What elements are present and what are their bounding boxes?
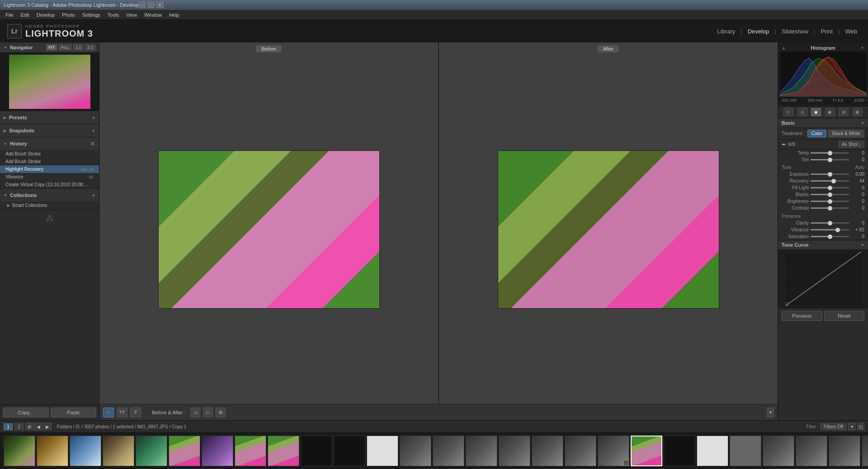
nav-web[interactable]: Web (842, 26, 861, 37)
slider-thumb[interactable] (828, 199, 832, 204)
filmstrip-thumb[interactable] (763, 436, 794, 466)
nav-slideshow-label[interactable]: Slideshow (778, 26, 812, 37)
filmstrip-thumb[interactable] (367, 436, 398, 466)
filmstrip-filter-action[interactable]: ⊡ (857, 423, 864, 430)
filmstrip-thumb[interactable] (202, 436, 233, 466)
history-item[interactable]: Create Virtual Copy (13.10.2010 20:08:..… (0, 181, 99, 188)
slider-thumb[interactable] (828, 234, 832, 239)
color-treatment-button[interactable]: Color (807, 130, 826, 137)
tone-auto-button[interactable]: Auto (855, 165, 864, 170)
wb-dropdown[interactable]: As Shot ↕ (839, 141, 864, 148)
menu-window[interactable]: Window (141, 11, 165, 19)
menu-photo[interactable]: Photo (58, 11, 79, 19)
ba-swap-button[interactable]: ⊞ (216, 408, 226, 417)
zoom-2-1-button[interactable]: 2:1 (85, 44, 95, 51)
zoom-1-1-button[interactable]: 1:1 (73, 44, 84, 51)
collections-add-button[interactable]: + (92, 192, 95, 199)
nav-print[interactable]: Print (817, 26, 836, 37)
nav-library[interactable]: Library (713, 26, 739, 37)
slider-thumb[interactable] (835, 228, 840, 232)
filmstrip-thumb[interactable] (169, 436, 200, 466)
filmstrip-thumb[interactable] (136, 436, 167, 466)
survey-view-button[interactable]: Y (130, 408, 141, 417)
crop-tool[interactable]: ⊡ (783, 108, 793, 116)
filmstrip-thumb[interactable] (37, 436, 68, 466)
filmstrip-thumb[interactable] (70, 436, 101, 466)
slider-thumb[interactable] (828, 221, 832, 225)
filmstrip-thumb[interactable] (697, 436, 728, 466)
history-item[interactable]: Add Brush Stroke (0, 150, 99, 158)
filmstrip-thumb[interactable] (235, 436, 266, 466)
single-view-button[interactable]: □ (103, 408, 114, 417)
filmstrip-filter-expand[interactable]: ▾ (848, 423, 855, 430)
filmstrip-grid-view[interactable]: ⊞ (25, 423, 33, 430)
menu-help[interactable]: Help (165, 11, 183, 19)
zoom-fill-button[interactable]: FILL (59, 44, 71, 51)
filmstrip-thumb[interactable] (565, 436, 596, 466)
history-item[interactable]: Vibrance82 (0, 173, 99, 181)
navigator-header[interactable]: ▼ Navigator FIT FILL 1:1 2:1 (0, 42, 99, 53)
bw-treatment-button[interactable]: Black & White (828, 130, 864, 137)
snapshots-header[interactable]: ▶ Snapshots + (0, 124, 99, 137)
menu-develop[interactable]: Develop (33, 11, 58, 19)
menu-file[interactable]: File (2, 11, 17, 19)
filmstrip-thumb[interactable] (796, 436, 827, 466)
spot-heal-tool[interactable]: ◎ (797, 108, 807, 116)
slider-thumb[interactable] (828, 206, 832, 211)
zoom-fit-button[interactable]: FIT (46, 44, 57, 51)
filmstrip-prev-button[interactable]: ◀ (34, 423, 42, 430)
temp-thumb[interactable] (828, 151, 832, 155)
filmstrip-thumb[interactable] (268, 436, 299, 466)
filmstrip-next-button[interactable]: ▶ (43, 423, 52, 430)
filmstrip-thumb[interactable] (499, 436, 530, 466)
filmstrip-thumb[interactable] (103, 436, 134, 466)
filmstrip-thumb[interactable]: 2 (598, 436, 629, 466)
copy-button[interactable]: Copy... (3, 408, 49, 417)
history-clear-button[interactable]: ✕ (90, 140, 95, 147)
minimize-button[interactable]: – (138, 2, 146, 8)
close-button[interactable]: ✕ (156, 2, 164, 8)
presets-header[interactable]: ▶ Presets + (0, 111, 99, 124)
previous-button[interactable]: Previous (782, 311, 822, 321)
filmstrip-thumb[interactable] (631, 436, 662, 466)
compare-view-button[interactable]: YY (117, 408, 127, 417)
filmstrip-thumb[interactable] (532, 436, 563, 466)
filmstrip-thumb[interactable] (466, 436, 497, 466)
ba-prev-button[interactable]: ◁ (190, 408, 200, 417)
paste-button[interactable]: Paste (51, 408, 97, 417)
toolbar-scroll-down[interactable]: ▾ (767, 408, 774, 417)
presets-add-button[interactable]: + (92, 114, 95, 121)
filmstrip-thumb[interactable] (664, 436, 695, 466)
basic-section-header[interactable]: Basic ▼ (778, 118, 868, 128)
menu-edit[interactable]: Edit (17, 11, 33, 19)
filmstrip-thumb[interactable] (400, 436, 431, 466)
slider-thumb[interactable] (828, 192, 832, 197)
smart-collections-item[interactable]: ▶ Smart Collections (0, 202, 99, 209)
tint-thumb[interactable] (828, 158, 832, 162)
collections-header[interactable]: ▼ Collections + (0, 189, 99, 202)
detail-tool[interactable]: ▦ (853, 108, 863, 116)
history-item[interactable]: Add Brush Stroke (0, 158, 99, 165)
slider-thumb[interactable] (831, 179, 836, 183)
gradient-tool[interactable]: ▤ (839, 108, 849, 116)
menu-view[interactable]: View (123, 11, 141, 19)
nav-develop[interactable]: Develop (744, 26, 773, 37)
brush-tool[interactable]: ▣ (825, 108, 835, 116)
reset-button[interactable]: Reset (824, 311, 865, 321)
filmstrip-thumb[interactable] (829, 436, 860, 466)
filmstrip-thumb[interactable] (334, 436, 365, 466)
ba-next-button[interactable]: ▷ (203, 408, 213, 417)
filmstrip-filter-value[interactable]: Filters Off (821, 423, 846, 430)
redeye-tool[interactable]: ◉ (811, 108, 821, 116)
tone-curve-header[interactable]: Tone Curve ▼ (778, 240, 868, 250)
filmstrip-thumb[interactable] (730, 436, 761, 466)
menu-settings[interactable]: Settings (79, 11, 104, 19)
filmstrip-num-2[interactable]: 2 (14, 423, 24, 430)
filmstrip-thumb[interactable] (4, 436, 35, 466)
filmstrip-num-1[interactable]: 1 (4, 423, 13, 430)
filmstrip-thumb[interactable] (301, 436, 332, 466)
wb-eyedropper-tool[interactable]: ✒ (782, 141, 786, 148)
menu-tools[interactable]: Tools (104, 11, 123, 19)
maximize-button[interactable]: □ (147, 2, 155, 8)
snapshots-add-button[interactable]: + (92, 127, 95, 134)
